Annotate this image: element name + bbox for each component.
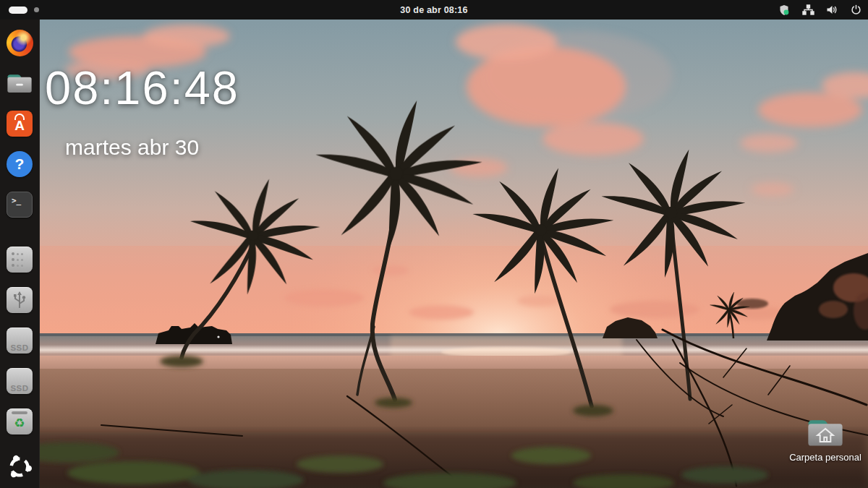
dock-item-ubuntu-menu[interactable]	[6, 453, 33, 481]
ubuntu-logo-icon	[6, 453, 33, 481]
help-icon: ?	[7, 151, 33, 177]
home-folder-label: Carpeta personal	[789, 452, 861, 463]
dock-item-trash[interactable]: ♻	[6, 408, 33, 435]
dock-item-removable-drive[interactable]	[6, 246, 33, 273]
trash-icon: ♻	[7, 408, 33, 435]
top-bar: 30 de abr 08:16	[0, 0, 868, 20]
ssd-label: SSD	[7, 384, 33, 393]
ssd-label: SSD	[7, 343, 33, 352]
bag-handle	[14, 114, 25, 120]
dock-item-app-center[interactable]: A	[6, 110, 33, 137]
dock-item-files[interactable]	[6, 69, 33, 97]
usb-drive-icon	[7, 287, 33, 313]
dock-item-firefox[interactable]	[6, 29, 33, 56]
terminal-prompt-glyph: >_	[12, 196, 21, 205]
dock-item-ssd-2[interactable]: SSD	[6, 367, 33, 395]
help-question-mark: ?	[15, 155, 25, 173]
network-wired-icon[interactable]	[801, 4, 814, 17]
clock-time: 08:16:48	[45, 61, 239, 115]
terminal-icon: >_	[7, 192, 33, 218]
topbar-clock[interactable]: 30 de abr 08:16	[0, 5, 868, 15]
dock-item-usb-drive[interactable]	[6, 286, 33, 314]
removable-drive-icon	[7, 247, 33, 273]
app-center-icon: A	[7, 111, 33, 137]
home-folder-desktop-icon[interactable]: Carpeta personal	[785, 416, 866, 463]
dock-item-help[interactable]: ?	[6, 150, 33, 178]
recycle-glyph: ♻	[7, 415, 33, 432]
dock-item-terminal[interactable]: >_	[6, 191, 33, 218]
dock-item-ssd-1[interactable]: SSD	[6, 327, 33, 354]
ssd-drive-icon: SSD	[7, 368, 33, 394]
system-tray[interactable]	[778, 0, 862, 20]
clock-date: martes abr 30	[65, 135, 239, 160]
desktop-screen: 30 de abr 08:16	[0, 0, 868, 488]
power-icon[interactable]	[849, 4, 862, 17]
trash-lid	[12, 411, 27, 414]
desktop-clock-widget: 08:16:48 martes abr 30	[45, 61, 239, 160]
firefox-icon	[7, 30, 33, 56]
home-folder-icon	[806, 416, 845, 449]
files-folder-icon	[6, 71, 33, 95]
shield-security-icon[interactable]	[778, 4, 791, 17]
dock: A ? >_	[0, 20, 40, 488]
volume-icon[interactable]	[825, 4, 838, 17]
ssd-drive-icon: SSD	[7, 328, 33, 354]
